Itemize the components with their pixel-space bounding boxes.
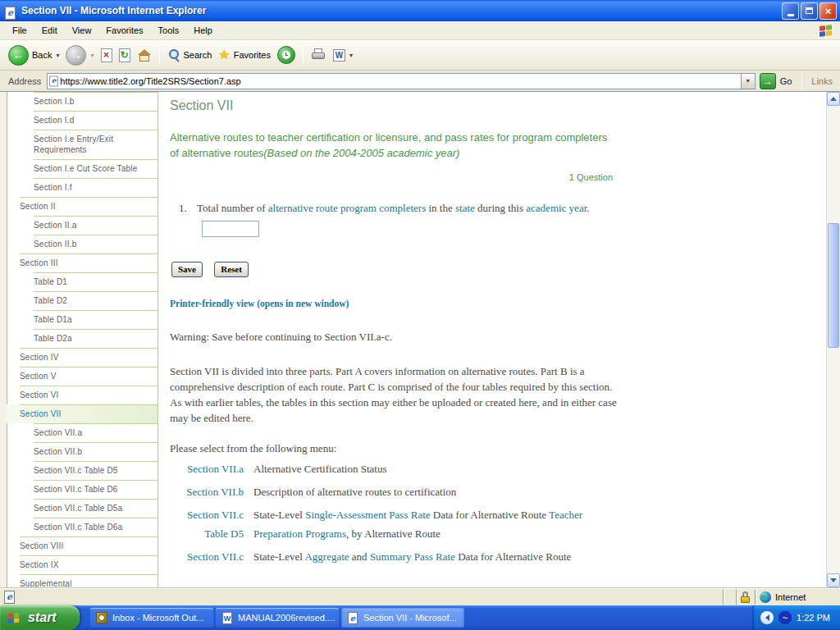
sidebar-item[interactable]: Section I.b: [7, 92, 158, 111]
links-label[interactable]: Links: [811, 76, 833, 86]
history-icon: [277, 46, 295, 64]
sidebar-item[interactable]: Section VII.c Table D5: [7, 461, 158, 480]
menu-row: Section VII.c Table D5 State-Level Singl…: [170, 505, 826, 543]
address-label: Address: [2, 76, 47, 86]
taskbar-item-word[interactable]: W MANUAL2006revised....: [216, 608, 339, 628]
sidebar-item[interactable]: Section II.a: [7, 216, 158, 235]
zone-panel: Internet: [755, 590, 840, 605]
section-link[interactable]: Section VII.c: [170, 547, 244, 566]
search-label: Search: [184, 50, 212, 60]
search-button[interactable]: Search: [164, 47, 216, 63]
inline-link[interactable]: Aggregate: [304, 550, 349, 563]
inline-link[interactable]: state: [455, 202, 475, 214]
question-1-input[interactable]: [202, 221, 259, 237]
sidebar-item[interactable]: Section IX: [7, 555, 158, 574]
menu-row-desc: Alternative Certification Status: [253, 459, 612, 478]
home-icon: [137, 48, 152, 62]
sidebar-item-label: Section VII.c Table D6a: [34, 523, 122, 532]
section-link[interactable]: Section VII.a: [170, 459, 244, 478]
section-link[interactable]: Section VII.c Table D5: [170, 505, 244, 543]
sidebar-item[interactable]: Section VII.a: [7, 423, 158, 442]
menu-item[interactable]: File: [5, 23, 34, 38]
edit-with-word-button[interactable]: W ▾: [330, 48, 356, 63]
sidebar-item[interactable]: Section V: [7, 367, 158, 386]
sidebar-item[interactable]: Section II: [7, 197, 158, 216]
sidebar-item-label: Section VII.c Table D5: [34, 466, 118, 475]
sidebar-item[interactable]: Supplemental: [7, 574, 158, 587]
taskbar-item-ie-active[interactable]: e Section VII - Microsof...: [341, 608, 464, 628]
restore-button[interactable]: [801, 2, 818, 20]
status-bar: e Internet: [0, 587, 840, 605]
section-link-line1[interactable]: Section VII.c: [170, 505, 244, 524]
text-segment: State-Level: [253, 550, 304, 563]
address-dropdown-icon[interactable]: ▼: [741, 74, 755, 89]
scrollbar-thumb[interactable]: [828, 223, 839, 348]
menu-item[interactable]: Tools: [151, 23, 187, 38]
print-button[interactable]: [308, 47, 330, 63]
menu-item[interactable]: Favorites: [98, 23, 150, 38]
refresh-icon: ↻: [119, 48, 130, 62]
favorites-button[interactable]: ★ Favorites: [215, 47, 274, 63]
scroll-up-button[interactable]: [827, 92, 840, 106]
sidebar-item[interactable]: Section VII.b: [7, 442, 158, 461]
sidebar-item-label: Section I.e Entry/Exit Requirements: [34, 135, 113, 154]
menu-item[interactable]: Edit: [34, 23, 65, 38]
zone-label: Internet: [775, 592, 806, 602]
vertical-scrollbar: [826, 92, 840, 587]
history-button[interactable]: [274, 44, 299, 66]
refresh-button[interactable]: ↻: [116, 47, 134, 64]
inline-link[interactable]: Single-Assessment Pass Rate: [305, 509, 430, 521]
address-input[interactable]: [60, 75, 740, 88]
sidebar-item[interactable]: Section VII.c Table D5a: [7, 499, 158, 518]
back-button[interactable]: ← Back ▾: [5, 43, 62, 67]
menu-item[interactable]: Help: [186, 23, 220, 38]
sidebar-item[interactable]: Section VII: [7, 404, 158, 423]
text-segment: during this: [475, 202, 526, 214]
scroll-down-button[interactable]: [827, 573, 840, 587]
stop-button[interactable]: ×: [98, 47, 116, 64]
page-viewport: Section I.b Section I.d Section I.e Entr…: [0, 92, 840, 587]
sidebar-item[interactable]: Table D2a: [7, 329, 158, 348]
sidebar-item[interactable]: Section I.e Cut Score Table: [7, 159, 158, 178]
sidebar-item[interactable]: Table D1: [7, 272, 158, 291]
sidebar-item[interactable]: Section III: [7, 253, 158, 272]
sidebar-item[interactable]: Section VII.c Table D6a: [7, 518, 158, 536]
tray-collapse-chevron-icon[interactable]: [760, 611, 774, 624]
printer-friendly-link[interactable]: Printer-friendly view (opens in new wind…: [170, 299, 826, 308]
sidebar-item[interactable]: Section VIII: [7, 536, 158, 555]
sidebar-item[interactable]: Table D2: [7, 291, 158, 310]
sidebar-item[interactable]: Section II.b: [7, 235, 158, 253]
minimize-button[interactable]: [782, 2, 799, 20]
word-dropdown-icon[interactable]: ▾: [349, 52, 353, 59]
network-activity-icon[interactable]: ~: [778, 611, 792, 624]
back-dropdown-icon[interactable]: ▾: [56, 52, 59, 59]
inline-link[interactable]: Summary Pass Rate: [370, 550, 455, 563]
sidebar-item[interactable]: Section IV: [7, 348, 158, 367]
back-icon: ←: [8, 45, 29, 66]
sidebar-item[interactable]: Section VI: [7, 386, 158, 404]
save-button[interactable]: Save: [171, 262, 203, 277]
forward-dropdown-icon[interactable]: ▾: [90, 52, 94, 59]
inline-link[interactable]: alternative route program completers: [268, 202, 426, 214]
title-bar: e Section VII - Microsoft Internet Explo…: [0, 0, 840, 21]
reset-button[interactable]: Reset: [214, 262, 249, 277]
text-segment: in the: [426, 202, 455, 214]
go-button[interactable]: →: [760, 73, 776, 89]
forward-button[interactable]: → ▾: [62, 43, 97, 67]
section-link-line2[interactable]: Table D5: [170, 524, 244, 543]
start-button[interactable]: start: [0, 605, 80, 630]
close-button[interactable]: ×: [819, 2, 837, 20]
taskbar-item-outlook[interactable]: Inbox - Microsoft Out...: [90, 608, 213, 628]
sidebar-item[interactable]: Section I.d: [7, 111, 158, 130]
sidebar-item-label: Section II.b: [34, 240, 76, 249]
sidebar-item[interactable]: Section I.e Entry/Exit Requirements: [7, 130, 158, 159]
sidebar-item[interactable]: Section I.f: [7, 178, 158, 197]
go-label[interactable]: Go: [780, 76, 792, 86]
home-button[interactable]: [134, 47, 155, 64]
inline-link[interactable]: academic year: [526, 202, 587, 214]
task-label: Inbox - Microsoft Out...: [112, 613, 203, 623]
menu-item[interactable]: View: [65, 23, 99, 38]
sidebar-item[interactable]: Table D1a: [7, 310, 158, 329]
section-link[interactable]: Section VII.b: [170, 482, 244, 501]
sidebar-item[interactable]: Section VII.c Table D6: [7, 480, 158, 499]
